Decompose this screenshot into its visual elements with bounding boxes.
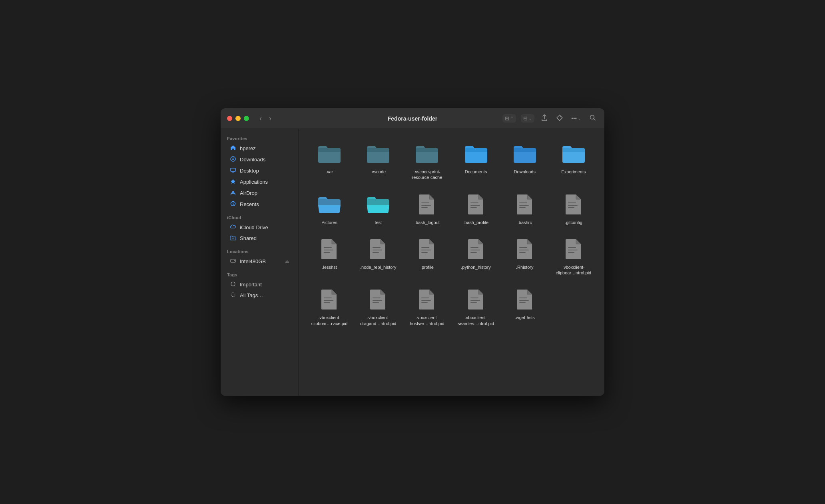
sidebar-item-applications[interactable]: Applications (223, 177, 296, 187)
file-icon (512, 192, 538, 217)
file-item-python_history[interactable]: .python_history (453, 232, 498, 280)
sidebar-item-label: Intel480GB (240, 258, 266, 264)
file-label-vboxclient-dragand: .vboxclient-dragand…ntrol.pid (358, 315, 399, 326)
tag-button[interactable] (554, 113, 565, 125)
back-button[interactable]: ‹ (257, 113, 264, 123)
svg-rect-37 (568, 247, 576, 248)
sidebar-item-desktop[interactable]: Desktop (223, 165, 296, 176)
svg-rect-43 (373, 298, 381, 298)
file-item-experiments[interactable]: Experiments (551, 137, 596, 185)
folder-icon (463, 141, 489, 167)
file-item-vscode[interactable]: .vscode (355, 137, 401, 185)
file-item-gitconfig[interactable]: .gitconfig (551, 188, 596, 229)
sidebar-item-airdrop[interactable]: AirDrop (223, 188, 296, 198)
file-item-vscode-print[interactable]: .vscode-print-resource-cache (404, 137, 450, 185)
sidebar-item-downloads[interactable]: Downloads (223, 154, 296, 165)
svg-rect-24 (324, 252, 330, 253)
svg-rect-46 (421, 298, 429, 298)
svg-rect-45 (373, 302, 379, 303)
svg-rect-51 (470, 302, 477, 303)
search-button[interactable] (588, 113, 598, 125)
sidebar-section-locations: Locations Intel480GB ⏏ (221, 247, 298, 267)
file-item-profile[interactable]: .profile (404, 232, 450, 280)
file-item-bash_logout[interactable]: .bash_logout (404, 188, 450, 229)
sidebar-item-recents[interactable]: Recents (223, 199, 296, 210)
file-item-bash_profile[interactable]: .bash_profile (453, 188, 498, 229)
folder-icon (317, 141, 342, 167)
svg-rect-3 (231, 168, 235, 171)
more-button[interactable]: ••• ⌄ (570, 114, 583, 123)
favorites-label: Favorites (221, 134, 298, 143)
file-icon (463, 192, 489, 217)
minimize-button[interactable] (235, 116, 241, 121)
close-button[interactable] (227, 116, 232, 121)
finder-window: ‹ › Fedora-user-folder ⊞ ⌃ ⊟ ⌄ (221, 108, 604, 396)
file-item-vboxclient-hostver[interactable]: .vboxclient-hostver…ntrol.pid (404, 283, 450, 330)
sidebar-item-label: Recents (240, 201, 259, 207)
sidebar-item-intel480[interactable]: Intel480GB ⏏ (223, 256, 296, 267)
file-label-gitconfig: .gitconfig (565, 220, 582, 225)
sidebar-item-all-tags[interactable]: All Tags… (223, 290, 296, 300)
file-item-bashrc[interactable]: .bashrc (502, 188, 548, 229)
file-item-var[interactable]: .var (307, 137, 352, 185)
file-item-node_repl_history[interactable]: .node_repl_history (355, 232, 401, 280)
svg-rect-42 (324, 302, 330, 303)
file-label-rhistory: .Rhistory (516, 264, 533, 270)
file-item-wget-hsts[interactable]: .wget-hsts (502, 283, 548, 330)
window-title: Fedora-user-folder (388, 115, 437, 122)
shared-folder-icon (229, 235, 237, 242)
file-item-vboxclient-clipboar-ntrol[interactable]: .vboxclient-clipboar…ntrol.pid (551, 232, 596, 280)
file-item-pictures[interactable]: Pictures (307, 188, 352, 229)
sidebar-item-label: All Tags… (240, 292, 263, 298)
sidebar-item-shared[interactable]: Shared (223, 233, 296, 244)
applications-icon (229, 179, 237, 185)
folder-icon (365, 192, 391, 217)
svg-rect-32 (470, 250, 480, 250)
svg-point-8 (231, 282, 235, 286)
sidebar-section-icloud: iCloud iCloud Drive (221, 213, 298, 244)
file-item-vboxclient-seamles[interactable]: .vboxclient-seamles…ntrol.pid (453, 283, 498, 330)
svg-rect-18 (519, 207, 526, 208)
file-label-wget-hsts: .wget-hsts (515, 315, 535, 320)
maximize-button[interactable] (244, 116, 249, 121)
svg-rect-16 (519, 202, 527, 203)
svg-rect-44 (373, 300, 382, 301)
svg-rect-11 (421, 205, 431, 206)
view-toggle-list[interactable]: ⊟ ⌄ (521, 114, 534, 123)
sidebar-item-label: AirDrop (240, 190, 257, 196)
eject-icon[interactable]: ⏏ (285, 259, 289, 264)
file-icon (463, 236, 489, 262)
grid-icon: ⊞ (505, 115, 509, 121)
file-grid: .var .vscode .vscode-print-resource-cach… (307, 137, 596, 330)
file-item-vboxclient-dragand[interactable]: .vboxclient-dragand…ntrol.pid (355, 283, 401, 330)
file-item-rhistory[interactable]: .Rhistory (502, 232, 548, 280)
sidebar-item-important[interactable]: Important (223, 279, 296, 290)
svg-rect-20 (568, 205, 578, 206)
file-item-lesshst[interactable]: .lesshst (307, 232, 352, 280)
svg-rect-30 (421, 252, 428, 253)
svg-rect-17 (519, 205, 529, 206)
file-icon (414, 287, 440, 312)
svg-point-0 (560, 115, 562, 117)
sidebar-item-label: Desktop (240, 168, 259, 174)
file-icon (365, 236, 391, 262)
home-icon (229, 145, 237, 152)
svg-point-7 (234, 260, 235, 261)
share-button[interactable] (539, 113, 550, 125)
svg-rect-31 (470, 247, 478, 248)
file-item-downloads[interactable]: Downloads (502, 137, 548, 185)
file-icon (561, 192, 586, 217)
file-item-test[interactable]: test (355, 188, 401, 229)
sidebar-item-hperez[interactable]: hperez (223, 143, 296, 154)
file-label-documents: Documents (465, 169, 487, 175)
file-item-vboxclient-clipboar-rvice[interactable]: .vboxclient-clipboar…rvice.pid (307, 283, 352, 330)
file-item-documents[interactable]: Documents (453, 137, 498, 185)
svg-rect-12 (421, 207, 428, 208)
sidebar: Favorites hperez (221, 129, 299, 396)
sidebar-item-label: Shared (240, 235, 257, 241)
view-toggle-icon-grid[interactable]: ⊞ ⌃ (502, 114, 516, 123)
file-icon (463, 287, 489, 312)
sidebar-item-icloud-drive[interactable]: iCloud Drive (223, 222, 296, 232)
forward-button[interactable]: › (267, 113, 274, 123)
sidebar-section-tags: Tags Important All Tags… (221, 270, 298, 300)
